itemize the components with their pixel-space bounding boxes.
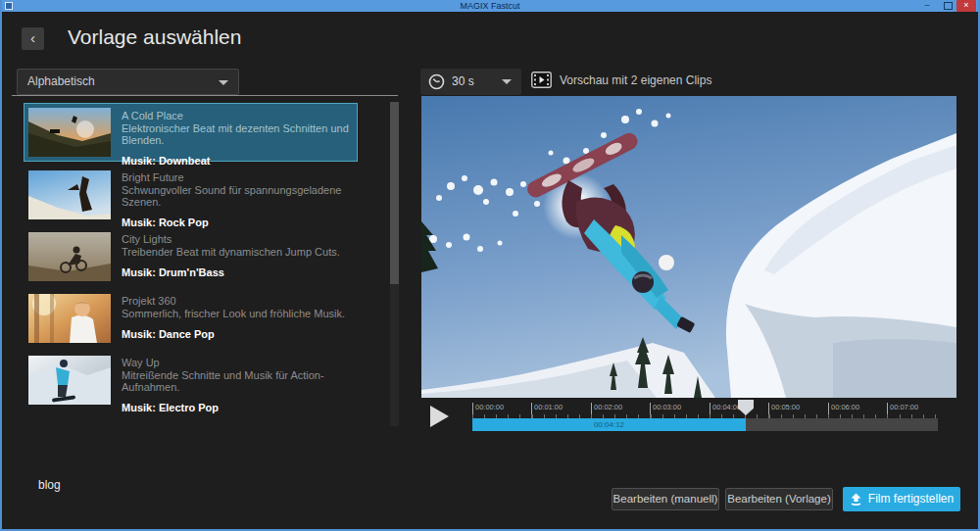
timeline-ruler[interactable]: 00:00:00 00:01:00 00:02:00 00:03:00 00:0… <box>472 403 941 418</box>
timeline-tick: 00:06:00 <box>828 403 859 416</box>
template-item-projekt-360[interactable]: Projekt 360 Sommerlich, frischer Look un… <box>24 289 358 348</box>
timeline-tick: 00:00:00 <box>472 403 504 416</box>
timeline-tick: 00:04:00 <box>710 403 741 416</box>
play-button[interactable] <box>430 406 449 427</box>
scrollbar-thumb[interactable] <box>390 102 399 284</box>
timeline-tick: 00:07:00 <box>887 403 918 416</box>
video-preview[interactable] <box>421 96 956 398</box>
chevron-down-icon <box>502 79 512 84</box>
preview-info[interactable]: Vorschau mit 2 eigenen Clips <box>531 72 711 88</box>
chevron-down-icon <box>219 80 228 85</box>
template-desc: Mitreißende Schnitte und Musik für Actio… <box>122 369 358 393</box>
film-preview-icon <box>531 72 552 88</box>
template-thumbnail <box>28 294 111 343</box>
titlebar: MAGIX Fastcut – × <box>2 0 978 12</box>
edit-template-button[interactable]: Bearbeiten (Vorlage) <box>725 488 833 510</box>
upload-icon <box>850 493 862 506</box>
template-title: Projekt 360 <box>122 295 345 307</box>
template-item-bright-future[interactable]: Bright Future Schwungvoller Sound für sp… <box>24 166 358 224</box>
timeline-tick: 00:05:00 <box>768 403 800 416</box>
template-title: Way Up <box>122 357 358 368</box>
template-thumbnail <box>28 356 111 405</box>
window-title: MAGIX Fastcut <box>2 0 978 12</box>
duration-value: 30 s <box>452 69 474 94</box>
template-item-way-up[interactable]: Way Up Mitreißende Schnitte und Musik fü… <box>24 351 358 410</box>
clock-icon <box>428 73 445 90</box>
template-desc: Schwungvoller Sound für spannungsgeladen… <box>122 184 358 208</box>
page-title: Vorlage auswählen <box>68 25 241 49</box>
template-title: A Cold Place <box>122 110 357 121</box>
template-desc: Elektronischer Beat mit dezenten Schnitt… <box>122 122 357 146</box>
template-item-city-lights[interactable]: City Lights Treibender Beat mit dynamisc… <box>24 227 358 286</box>
current-time-label: 00:04:12 <box>472 418 746 431</box>
template-desc: Treibender Beat mit dynamischen Jump Cut… <box>122 246 340 258</box>
app-window: MAGIX Fastcut – × ‹ Vorlage auswählen Al… <box>0 0 980 531</box>
finish-film-button[interactable]: Film fertigstellen <box>843 487 960 511</box>
sidebar-divider <box>12 95 398 96</box>
template-desc: Sommerlich, frischer Look und fröhliche … <box>122 308 345 319</box>
back-button[interactable]: ‹ <box>22 27 44 50</box>
timeline-progress-bar[interactable]: 00:04:12 <box>472 418 938 431</box>
preview-label: Vorschau mit 2 eigenen Clips <box>560 73 711 87</box>
duration-dropdown[interactable]: 30 s <box>420 69 521 95</box>
template-thumbnail <box>28 170 111 219</box>
template-music: Musik: Dance Pop <box>122 328 345 340</box>
template-title: City Lights <box>122 233 340 245</box>
timeline-tick: 00:02:00 <box>591 403 622 416</box>
maximize-button[interactable] <box>944 2 953 10</box>
minimize-button[interactable]: – <box>919 0 935 12</box>
edit-manual-button[interactable]: Bearbeiten (manuell) <box>612 488 719 510</box>
template-music: Musik: Drum'n'Bass <box>122 266 340 278</box>
sort-dropdown[interactable]: Alphabetisch <box>17 69 239 95</box>
sort-dropdown-value: Alphabetisch <box>27 70 95 94</box>
watermark-text: blog <box>38 478 61 492</box>
template-thumbnail <box>28 232 111 281</box>
template-item-a-cold-place[interactable]: A Cold Place Elektronischer Beat mit dez… <box>24 103 358 162</box>
timeline-tick: 00:03:00 <box>650 403 681 416</box>
snowboarder-video-frame <box>421 96 956 398</box>
finish-film-label: Film fertigstellen <box>868 487 954 511</box>
template-title: Bright Future <box>122 171 358 183</box>
template-list-scrollbar[interactable] <box>390 102 399 426</box>
close-button[interactable]: × <box>956 0 976 12</box>
timeline-tick: 00:01:00 <box>531 403 563 416</box>
template-music: Musik: Electro Pop <box>122 402 358 413</box>
template-thumbnail <box>28 108 111 157</box>
